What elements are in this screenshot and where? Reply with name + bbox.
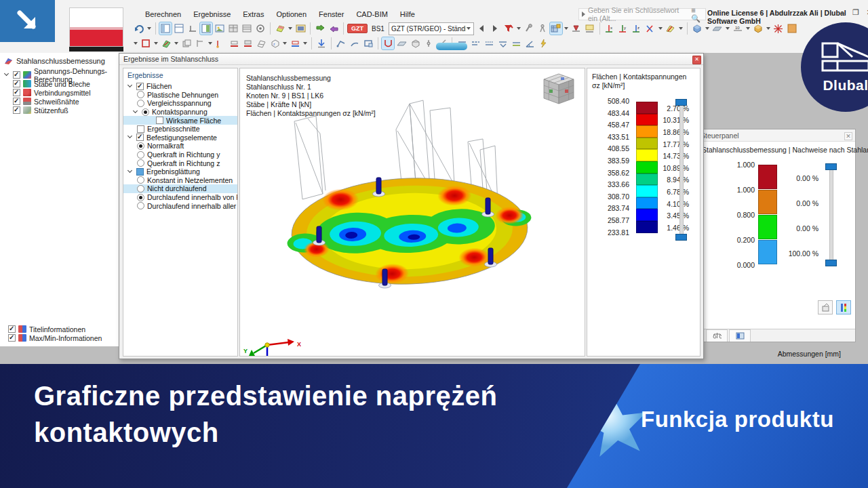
dropdown-caret-icon[interactable] — [288, 27, 292, 30]
toolbar-icon-solid-view[interactable] — [691, 22, 703, 35]
toolbar-icon-axes[interactable] — [186, 22, 199, 35]
radio-icon[interactable] — [137, 91, 144, 98]
toolbar-icon-panel-orange[interactable] — [786, 22, 798, 35]
toolbar-icon-pointer-blue[interactable] — [315, 37, 328, 49]
toolbar-icon-target[interactable] — [254, 22, 267, 35]
dropdown-caret-icon[interactable] — [564, 27, 568, 30]
toolbar-icon-movie[interactable] — [294, 22, 307, 35]
dropdown-caret-icon[interactable] — [283, 42, 287, 45]
sidebar-item-root[interactable]: Spannungs-Dehnungs-Berechnung — [4, 70, 119, 79]
radio-icon[interactable] — [137, 151, 144, 159]
toolbar-icon-axis-y[interactable]: y — [617, 22, 629, 35]
tree-item-flaechen[interactable]: Flächen — [123, 82, 237, 91]
search-icon[interactable]: ≡🔍 — [691, 6, 703, 23]
toolbar-icon-import-green[interactable] — [314, 22, 326, 35]
toolbar-icon-window[interactable] — [159, 22, 172, 35]
menu-extras[interactable]: Extras — [237, 9, 269, 20]
toolbar-icon-surface-grid[interactable] — [255, 37, 267, 49]
toolbar-highlight-pill[interactable] — [436, 43, 467, 50]
tree-item-vergleich[interactable]: Vergleichsspannung — [123, 99, 237, 108]
toolbar-icon-u-shape[interactable] — [382, 37, 394, 49]
radio-icon[interactable] — [142, 108, 149, 116]
checkbox-icon[interactable] — [137, 125, 144, 133]
checkbox-icon[interactable] — [8, 334, 16, 342]
checkbox-icon[interactable] — [136, 83, 144, 90]
checkbox-icon[interactable] — [136, 168, 144, 176]
filter-results-icon[interactable] — [502, 22, 515, 35]
toolbar-icon-copy[interactable] — [180, 37, 193, 49]
undo-icon[interactable] — [133, 22, 145, 35]
toolbar-icon-grid[interactable] — [550, 22, 562, 35]
toolbar-icon-arc[interactable] — [349, 37, 361, 49]
checkbox-icon[interactable] — [13, 89, 20, 96]
dropdown-caret-icon[interactable] — [679, 27, 683, 30]
toolbar-icon-dim4[interactable] — [496, 37, 509, 49]
menu-fenster[interactable]: Fenster — [313, 9, 349, 20]
toolbar-icon-panel[interactable] — [200, 22, 212, 35]
combo-caret-icon[interactable] — [467, 27, 471, 30]
toolbar-icon-dim5[interactable] — [510, 37, 522, 49]
toolbar-icon-mesh-red[interactable] — [772, 22, 785, 35]
dropdown-caret-icon[interactable] — [658, 27, 663, 30]
toolbar-icon-polyline[interactable] — [335, 37, 347, 49]
dropdown-caret-icon[interactable] — [303, 42, 307, 45]
radio-icon[interactable] — [137, 176, 144, 184]
toolbar-icon-import-purple[interactable] — [328, 22, 340, 35]
tree-item-durchlaufend-aller[interactable]: Durchlaufend innerhalb aller Fläch... — [123, 201, 237, 210]
checkbox-icon[interactable] — [13, 106, 20, 114]
sidebar-item-verbindungsmittel[interactable]: Verbindungsmittel — [13, 88, 119, 97]
toolbar-icon-support-red[interactable] — [570, 22, 583, 35]
tree-item-nicht-durchlaufend[interactable]: Nicht durchlaufend — [123, 184, 237, 193]
expander-icon[interactable] — [127, 134, 134, 140]
3d-viewport[interactable]: X Y Stahlanschlussbemessung Stahlanschlu… — [239, 68, 585, 357]
toolbar-icon-axis-x[interactable]: x — [604, 22, 616, 35]
toolbar-icon-dim2[interactable] — [469, 37, 481, 49]
radio-icon[interactable] — [137, 142, 144, 150]
scale-slider-track[interactable] — [829, 167, 833, 266]
toolbar-icon-support-yellow[interactable] — [584, 22, 596, 35]
toolbar-icon-dimension[interactable]: 10 — [732, 22, 744, 35]
tree-item-konstant[interactable]: Konstant in Netzelementen — [123, 176, 237, 185]
radio-icon[interactable] — [137, 202, 144, 209]
dropdown-caret-icon[interactable] — [174, 42, 178, 45]
sidebar-item-titelinfo[interactable]: Titelinformationen — [8, 325, 119, 333]
legend-slider-track[interactable] — [679, 104, 684, 238]
close-icon[interactable]: ✕ — [844, 132, 852, 140]
dropdown-caret-icon[interactable] — [705, 27, 709, 30]
expander-icon[interactable] — [4, 72, 10, 78]
tree-item-schnitte[interactable]: Ergebnisschnitte — [123, 125, 237, 134]
tree-item-glaettung[interactable]: Ergebnisglättung — [123, 167, 237, 176]
tree-item-kontakt[interactable]: Kontaktspannung — [123, 108, 237, 117]
menu-hilfe[interactable]: Hilfe — [395, 9, 420, 20]
close-button[interactable]: ✕ — [865, 8, 868, 17]
toolbar-icon-member-blue[interactable] — [289, 37, 301, 49]
checkbox-icon[interactable] — [156, 117, 163, 124]
toolbar-icon-plane[interactable] — [711, 22, 724, 35]
minimize-button[interactable]: – — [838, 8, 846, 17]
toolbar-icon-box-grid[interactable] — [409, 37, 421, 49]
menu-berechnen[interactable]: Berechnen — [140, 9, 186, 20]
toolbar-icon-probe2[interactable] — [536, 22, 549, 35]
color-scale-button[interactable] — [836, 300, 851, 314]
restore-button[interactable]: ❐ — [852, 8, 860, 17]
toolbar-icon-section[interactable] — [665, 22, 677, 35]
toolbar-icon-member-red[interactable] — [228, 37, 240, 49]
next-load-case-icon[interactable] — [489, 22, 501, 35]
tree-item-wirksame[interactable]: Wirksame Fläche — [123, 116, 237, 125]
navigation-cube[interactable] — [544, 74, 574, 104]
toolbar-icon-frame-red[interactable] — [140, 37, 152, 49]
checkbox-icon[interactable] — [8, 325, 16, 333]
load-case-combobox[interactable]: GZT (STR/GEO) - Ständig u... — [389, 22, 474, 35]
checkbox-icon[interactable] — [13, 80, 20, 87]
dropdown-caret-icon[interactable] — [154, 42, 158, 45]
prev-load-case-icon[interactable] — [475, 22, 488, 35]
expander-icon[interactable] — [133, 109, 139, 115]
expander-icon[interactable] — [582, 12, 585, 17]
toolbar-icon-table2[interactable] — [241, 22, 253, 35]
scale-slider-handle-top[interactable] — [825, 163, 837, 170]
tree-item-befestigung[interactable]: Befestigungselemente — [123, 134, 237, 142]
toolbar-icon-member-red2[interactable] — [241, 37, 254, 49]
toolbar-icon-dim-angle[interactable] — [524, 37, 536, 49]
dialog-titlebar[interactable]: Ergebnisse im Stahlanschluss — [119, 54, 703, 65]
menu-optionen[interactable]: Optionen — [271, 9, 312, 20]
